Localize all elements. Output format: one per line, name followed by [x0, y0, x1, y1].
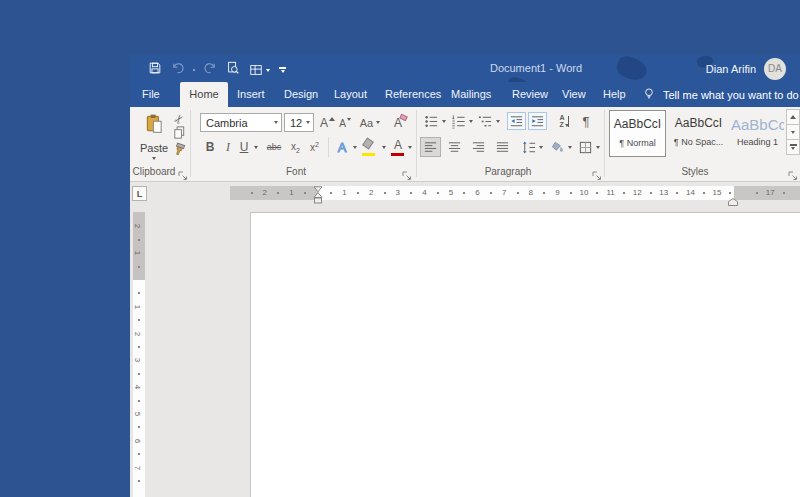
shading-dropdown[interactable] — [565, 137, 574, 157]
undo-icon[interactable] — [171, 61, 184, 79]
ruler-number: 3 — [133, 358, 141, 362]
clear-formatting-button[interactable]: A — [388, 113, 408, 132]
ruler-tick — [596, 192, 598, 194]
window-title: Document1 - Word — [456, 55, 616, 82]
customize-qat-button[interactable] — [279, 67, 286, 73]
multilevel-list-dropdown[interactable] — [493, 112, 502, 130]
subscript-button[interactable]: x2 — [287, 137, 304, 157]
copy-button[interactable] — [170, 127, 188, 142]
highlight-dropdown[interactable] — [379, 137, 389, 157]
borders-button[interactable] — [576, 137, 594, 157]
right-indent-marker[interactable] — [728, 192, 738, 210]
vertical-ruler: 121234567 — [133, 212, 145, 497]
clipboard-dialog-launcher[interactable] — [178, 167, 188, 177]
tab-review[interactable]: Review — [510, 82, 550, 107]
ruler-number: 2 — [369, 189, 373, 197]
table-icon[interactable] — [249, 63, 270, 77]
styles-gallery-scroll — [786, 110, 800, 155]
ribbon-tab-row: File Home Insert Design Layout Reference… — [130, 82, 800, 107]
sort-button[interactable]: AZ — [554, 112, 574, 130]
ruler-tick — [703, 192, 705, 194]
superscript-button[interactable]: x2 — [306, 137, 323, 157]
desktop-background: Document1 - Word Dian Arifin DA File Hom… — [0, 0, 800, 497]
align-left-button[interactable] — [420, 137, 441, 157]
ruler-tick — [676, 192, 678, 194]
text-effects-button[interactable]: A — [333, 137, 351, 157]
show-formatting-button[interactable]: ¶ — [578, 112, 594, 130]
format-painter-button[interactable] — [169, 143, 188, 159]
tab-view[interactable]: View — [560, 82, 588, 107]
change-case-button[interactable]: Aa — [357, 113, 383, 132]
tab-help[interactable]: Help — [601, 82, 628, 107]
ruler-number: 5 — [133, 412, 141, 416]
tab-home[interactable]: Home — [180, 82, 228, 107]
ruler-number: 6 — [475, 189, 479, 197]
font-color-bar — [391, 153, 404, 157]
styles-more-button[interactable] — [786, 139, 800, 155]
font-family-combo[interactable]: Cambria — [200, 113, 282, 132]
bold-button[interactable]: B — [202, 137, 218, 157]
borders-dropdown[interactable] — [593, 137, 602, 157]
tab-design[interactable]: Design — [282, 82, 320, 107]
ruler-tick — [138, 266, 140, 268]
bullets-dropdown[interactable] — [439, 112, 448, 130]
font-dialog-launcher[interactable] — [402, 167, 412, 177]
line-spacing-button[interactable] — [519, 137, 537, 157]
underline-button[interactable]: U — [237, 137, 251, 157]
justify-button[interactable] — [492, 137, 513, 157]
indent-markers[interactable] — [313, 186, 323, 208]
style-no-spacing[interactable]: AaBbCcI ¶ No Spac... — [669, 110, 728, 157]
quick-access-toolbar — [148, 61, 286, 79]
align-right-button[interactable] — [468, 137, 489, 157]
shading-button[interactable] — [548, 137, 566, 157]
line-spacing-dropdown[interactable] — [536, 137, 545, 157]
highlight-button[interactable] — [361, 137, 379, 157]
ruler-tick — [138, 292, 140, 294]
underline-dropdown[interactable] — [251, 137, 261, 157]
font-color-dropdown[interactable] — [405, 137, 415, 157]
tab-file[interactable]: File — [140, 82, 162, 107]
styles-dialog-launcher[interactable] — [788, 167, 798, 177]
align-center-button[interactable] — [444, 137, 465, 157]
increase-indent-button[interactable] — [528, 112, 547, 130]
ruler-number: 11 — [606, 189, 614, 197]
document-page[interactable] — [250, 212, 800, 497]
paragraph-dialog-launcher[interactable] — [592, 167, 602, 177]
italic-button[interactable]: I — [222, 137, 234, 157]
style-normal[interactable]: AaBbCcI ¶ Normal — [609, 110, 666, 157]
grow-font-button[interactable]: A — [319, 113, 336, 132]
numbering-button[interactable] — [450, 112, 467, 130]
small-separator — [328, 137, 329, 157]
bullets-button[interactable] — [423, 112, 440, 130]
ruler-tick — [357, 192, 359, 194]
font-color-button[interactable]: A — [390, 137, 406, 157]
font-size-combo[interactable]: 12 — [284, 113, 314, 132]
tab-layout[interactable]: Layout — [332, 82, 369, 107]
style-heading-1[interactable]: AaBbCc Heading 1 — [731, 110, 784, 157]
ruler-tick — [384, 192, 386, 194]
ruler-tick — [783, 192, 785, 194]
decrease-indent-button[interactable] — [507, 112, 526, 130]
tab-insert[interactable]: Insert — [235, 82, 267, 107]
styles-scroll-down-button[interactable] — [786, 124, 800, 140]
shrink-font-button[interactable]: A — [337, 114, 353, 132]
tab-references[interactable]: References — [383, 82, 443, 107]
text-effects-dropdown[interactable] — [350, 137, 360, 157]
numbering-dropdown[interactable] — [466, 112, 475, 130]
print-preview-icon[interactable] — [226, 61, 240, 79]
ruler-tick — [623, 192, 625, 194]
save-icon[interactable] — [148, 61, 162, 79]
account-button[interactable]: Dian Arifin DA — [706, 55, 786, 82]
multilevel-list-button[interactable] — [477, 112, 494, 130]
redo-icon[interactable] — [204, 61, 217, 79]
cut-button[interactable]: ✂ — [170, 111, 188, 126]
ruler-number: 1 — [289, 189, 293, 197]
paste-button[interactable]: Paste — [136, 109, 172, 163]
tab-selector[interactable]: L — [132, 186, 147, 201]
strikethrough-button[interactable]: abc — [263, 137, 285, 157]
tab-mailings[interactable]: Mailings — [449, 82, 493, 107]
ruler-tick — [138, 400, 140, 402]
titlebar-decoration — [614, 54, 649, 83]
tell-me-box[interactable]: Tell me what you want to do — [642, 82, 799, 107]
styles-scroll-up-button[interactable] — [786, 109, 800, 125]
